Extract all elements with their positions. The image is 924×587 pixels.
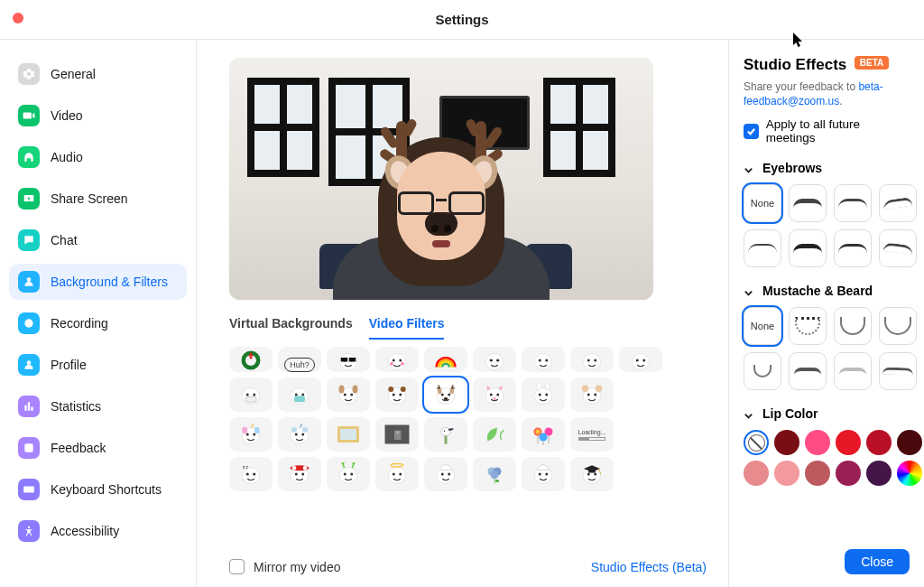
filter-surgical-mask[interactable] — [278, 377, 321, 412]
video-preview — [229, 58, 653, 300]
sidebar-item-share[interactable]: Share Screen — [9, 181, 187, 217]
subtab-bar: Virtual Backgrounds Video Filters — [229, 311, 707, 340]
lip-color-3[interactable] — [836, 430, 861, 455]
svg-point-66 — [545, 394, 548, 396]
eyebrow-none[interactable]: None — [744, 184, 781, 222]
filter-bear-ears[interactable] — [375, 377, 419, 412]
filter-look-face[interactable] — [570, 347, 614, 372]
lip-color-4[interactable] — [866, 430, 892, 455]
svg-point-57 — [438, 388, 442, 394]
filter-huh-speech[interactable]: Huh? — [278, 347, 321, 372]
sidebar-item-a11y[interactable]: Accessibility — [9, 513, 187, 549]
close-window-icon[interactable] — [13, 13, 23, 23]
beard-5[interactable] — [789, 352, 827, 390]
filter-reindeer[interactable] — [424, 377, 467, 412]
svg-point-29 — [545, 359, 548, 362]
svg-point-78 — [254, 427, 260, 434]
filter-mask-face[interactable] — [229, 377, 273, 412]
beard-2[interactable] — [834, 307, 872, 345]
filter-alien[interactable] — [327, 457, 370, 491]
svg-point-128 — [545, 473, 548, 476]
filter-grad-cap[interactable] — [570, 457, 614, 491]
beard-4[interactable] — [744, 352, 781, 390]
sidebar-item-audio[interactable]: Audio — [9, 139, 187, 175]
filter-gray-frame[interactable] — [375, 417, 419, 452]
eyebrow-4[interactable] — [744, 229, 781, 267]
filter-unicorn-blue[interactable] — [278, 417, 321, 452]
beard-3[interactable] — [879, 307, 917, 345]
lip-color-9[interactable] — [836, 461, 861, 486]
filter-loading[interactable]: Loading... — [570, 417, 614, 452]
eyebrow-3[interactable] — [879, 184, 917, 222]
eyebrow-7[interactable] — [879, 229, 917, 267]
eyebrow-1[interactable] — [789, 184, 827, 222]
sidebar-item-recording[interactable]: Recording — [9, 305, 187, 341]
close-button[interactable]: Close — [845, 549, 910, 574]
section-lip[interactable]: Lip Color — [744, 406, 910, 421]
filter-dog-ears[interactable] — [327, 377, 370, 412]
studio-effects-link[interactable]: Studio Effects (Beta) — [591, 560, 707, 574]
filter-pixel-glasses[interactable] — [327, 347, 370, 372]
lip-color-11[interactable] — [897, 461, 922, 486]
sidebar-item-feedback[interactable]: Feedback — [9, 430, 187, 466]
lip-color-10[interactable] — [866, 461, 892, 486]
filter-halo[interactable] — [375, 457, 419, 491]
beard-7[interactable] — [879, 352, 917, 390]
filter-pig-ears[interactable] — [473, 377, 516, 412]
beta-badge: BETA — [855, 56, 889, 70]
sidebar-item-general[interactable]: General — [9, 56, 187, 92]
lip-color-2[interactable] — [805, 430, 830, 455]
filter-chef-hat[interactable] — [522, 457, 565, 491]
filter-headband[interactable] — [278, 457, 321, 491]
filter-hydrangea[interactable] — [473, 457, 516, 491]
filter-grid: Huh? — [229, 347, 707, 491]
svg-point-4 — [30, 446, 32, 448]
filter-lollipops[interactable] — [522, 417, 565, 452]
sidebar-item-video[interactable]: Video — [9, 98, 187, 134]
filter-unicorn[interactable] — [229, 417, 273, 452]
window-controls[interactable] — [13, 13, 23, 23]
filter-smile-face[interactable] — [522, 347, 565, 372]
sidebar-item-keys[interactable]: Keyboard Shortcuts — [9, 471, 187, 508]
filter-chef-smile[interactable] — [424, 457, 467, 491]
filter-blink-face[interactable] — [473, 347, 516, 372]
svg-point-42 — [301, 394, 304, 396]
filter-leaf[interactable] — [473, 417, 516, 452]
eyebrow-6[interactable] — [834, 229, 872, 267]
lip-color-5[interactable] — [897, 430, 922, 455]
svg-point-118 — [391, 464, 403, 467]
svg-point-64 — [534, 388, 552, 405]
filter-bunny-ears[interactable] — [522, 377, 565, 412]
filter-sleepy[interactable]: z z — [229, 457, 273, 491]
filter-mouse-ears[interactable] — [570, 377, 614, 412]
filter-blush-face[interactable] — [375, 347, 419, 372]
svg-point-59 — [444, 397, 448, 400]
eyebrow-2[interactable] — [834, 184, 872, 222]
beard-6[interactable] — [834, 352, 872, 390]
sidebar-item-chat[interactable]: Chat — [9, 222, 187, 258]
sidebar-item-stats[interactable]: Statistics — [9, 388, 187, 424]
tab-virtual-backgrounds[interactable]: Virtual Backgrounds — [229, 311, 353, 340]
sidebar-item-bg[interactable]: Background & Filters — [9, 264, 187, 300]
mirror-video-checkbox[interactable]: Mirror my video — [229, 559, 340, 574]
svg-point-75 — [246, 433, 249, 436]
lip-color-1[interactable] — [774, 430, 799, 455]
eyebrow-5[interactable] — [789, 229, 827, 267]
section-beard[interactable]: Mustache & Beard — [744, 284, 910, 298]
lip-color-6[interactable] — [744, 461, 769, 486]
svg-rect-39 — [245, 396, 256, 402]
lip-color-0[interactable] — [744, 430, 769, 455]
filter-stare-face[interactable] — [619, 347, 662, 372]
filter-bird[interactable] — [424, 417, 467, 452]
section-eyebrows[interactable]: Eyebrows — [744, 161, 910, 175]
lip-color-7[interactable] — [774, 461, 799, 486]
beard-1[interactable] — [789, 307, 827, 345]
sidebar-item-profile[interactable]: Profile — [9, 347, 187, 383]
filter-photo-frame[interactable] — [327, 417, 370, 452]
lip-color-8[interactable] — [805, 461, 830, 486]
filter-rainbow[interactable] — [424, 347, 467, 372]
filter-wreath[interactable] — [229, 347, 273, 372]
tab-video-filters[interactable]: Video Filters — [369, 311, 445, 340]
beard-none[interactable]: None — [744, 307, 781, 345]
apply-future-checkbox[interactable]: Apply to all future meetings — [744, 117, 910, 144]
